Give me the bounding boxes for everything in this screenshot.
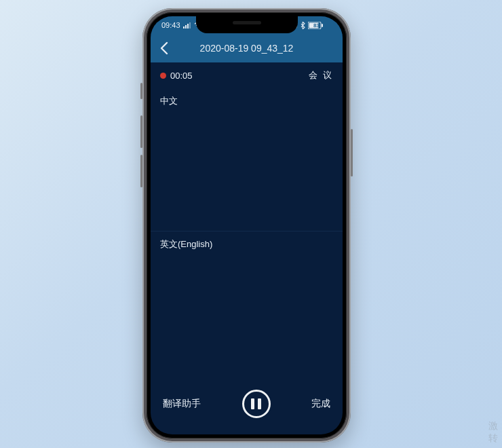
done-button[interactable]: 完成 [311,398,330,410]
signal-icon [183,22,191,29]
chevron-left-icon [157,41,172,56]
pause-icon [258,398,261,409]
recording-indicator-icon [160,73,166,79]
svg-rect-8 [322,24,323,27]
status-time: 09:43 [161,21,180,29]
back-button[interactable] [157,41,172,56]
svg-rect-3 [189,22,191,29]
target-panel: 英文(English) [151,231,343,380]
screen: 09:43 83 2020-08-19 09_43_12 00:05 会 议 [151,16,343,434]
target-language-label: 英文(English) [160,239,212,249]
title-bar: 2020-08-19 09_43_12 [151,34,343,62]
pause-icon [251,398,254,409]
svg-rect-2 [187,24,189,29]
notch [196,16,298,33]
svg-rect-0 [183,26,185,29]
phone-frame: 09:43 83 2020-08-19 09_43_12 00:05 会 议 [142,8,351,443]
system-watermark: 激转 [488,419,498,444]
record-tag[interactable]: 会 议 [309,69,333,81]
pause-button[interactable] [242,390,271,418]
source-language-label: 中文 [160,96,178,106]
volume-up-button[interactable] [140,115,142,148]
svg-rect-1 [185,25,187,29]
translate-assistant-button[interactable]: 翻译助手 [163,398,201,410]
mute-switch[interactable] [140,83,142,99]
bottom-bar: 翻译助手 完成 [151,381,343,434]
record-elapsed: 00:05 [170,71,193,81]
source-panel: 中文 [151,88,343,224]
volume-down-button[interactable] [140,155,142,187]
record-bar: 00:05 会 议 [151,62,343,88]
battery-percent: 83 [313,22,320,29]
power-button[interactable] [351,129,353,176]
bluetooth-icon [301,22,305,29]
page-title: 2020-08-19 09_43_12 [200,43,294,54]
